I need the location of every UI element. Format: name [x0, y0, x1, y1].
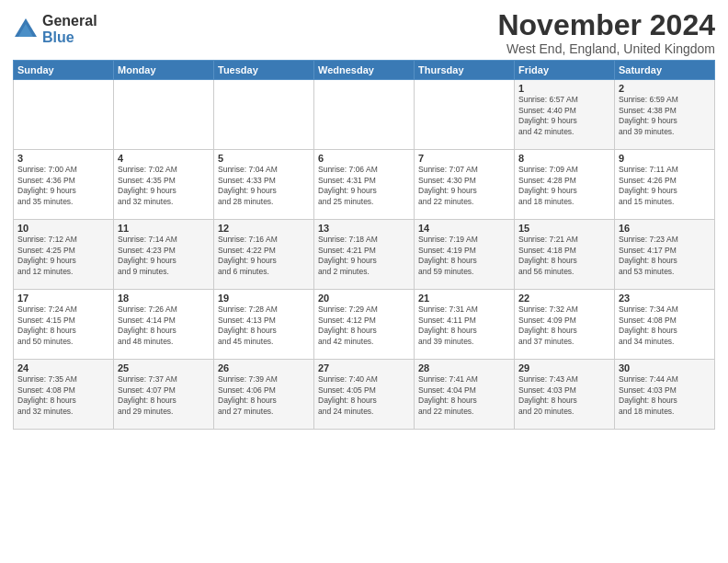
day-info: Sunrise: 7:39 AM Sunset: 4:06 PM Dayligh…: [218, 374, 310, 417]
day-info: Sunrise: 7:29 AM Sunset: 4:12 PM Dayligh…: [318, 304, 410, 347]
cell-w3-d7: 16Sunrise: 7:23 AM Sunset: 4:17 PM Dayli…: [615, 220, 715, 290]
cell-w5-d7: 30Sunrise: 7:44 AM Sunset: 4:03 PM Dayli…: [615, 360, 715, 430]
day-number: 21: [418, 293, 510, 304]
day-info: Sunrise: 6:57 AM Sunset: 4:40 PM Dayligh…: [518, 95, 610, 137]
page: General Blue November 2024 West End, Eng…: [0, 0, 728, 563]
cell-w3-d5: 14Sunrise: 7:19 AM Sunset: 4:19 PM Dayli…: [415, 220, 515, 290]
cell-w1-d1: [14, 80, 114, 150]
day-number: 27: [318, 362, 410, 373]
day-info: Sunrise: 7:09 AM Sunset: 4:28 PM Dayligh…: [518, 165, 610, 207]
cell-w5-d4: 27Sunrise: 7:40 AM Sunset: 4:05 PM Dayli…: [314, 360, 415, 430]
header-sunday: Sunday: [14, 61, 114, 80]
day-number: 5: [218, 153, 310, 164]
day-info: Sunrise: 7:35 AM Sunset: 4:08 PM Dayligh…: [17, 374, 109, 417]
cell-w1-d7: 2Sunrise: 6:59 AM Sunset: 4:38 PM Daylig…: [615, 80, 715, 150]
day-number: 14: [418, 223, 510, 234]
header-thursday: Thursday: [415, 61, 515, 80]
header-friday: Friday: [515, 61, 615, 80]
day-number: 10: [17, 223, 109, 234]
day-info: Sunrise: 7:23 AM Sunset: 4:17 PM Dayligh…: [619, 235, 711, 277]
day-info: Sunrise: 7:16 AM Sunset: 4:22 PM Dayligh…: [218, 235, 310, 277]
day-info: Sunrise: 6:59 AM Sunset: 4:38 PM Dayligh…: [619, 95, 711, 137]
cell-w3-d3: 12Sunrise: 7:16 AM Sunset: 4:22 PM Dayli…: [214, 220, 314, 290]
cell-w5-d2: 25Sunrise: 7:37 AM Sunset: 4:07 PM Dayli…: [114, 360, 214, 430]
day-info: Sunrise: 7:41 AM Sunset: 4:04 PM Dayligh…: [418, 374, 510, 417]
day-number: 30: [619, 362, 711, 373]
day-info: Sunrise: 7:07 AM Sunset: 4:30 PM Dayligh…: [418, 165, 510, 207]
cell-w1-d4: [314, 80, 415, 150]
day-number: 9: [619, 153, 711, 164]
title-block: November 2024 West End, England, United …: [497, 9, 715, 56]
day-info: Sunrise: 7:00 AM Sunset: 4:36 PM Dayligh…: [17, 165, 109, 207]
day-info: Sunrise: 7:19 AM Sunset: 4:19 PM Dayligh…: [418, 235, 510, 277]
month-title: November 2024: [497, 9, 715, 41]
header-tuesday: Tuesday: [214, 61, 314, 80]
logo-icon: [13, 17, 39, 42]
day-number: 18: [118, 293, 210, 304]
header-wednesday: Wednesday: [314, 61, 415, 80]
day-info: Sunrise: 7:34 AM Sunset: 4:08 PM Dayligh…: [619, 304, 711, 347]
day-number: 22: [518, 293, 610, 304]
day-info: Sunrise: 7:40 AM Sunset: 4:05 PM Dayligh…: [318, 374, 410, 417]
day-info: Sunrise: 7:26 AM Sunset: 4:14 PM Dayligh…: [118, 304, 210, 347]
cell-w1-d6: 1Sunrise: 6:57 AM Sunset: 4:40 PM Daylig…: [515, 80, 615, 150]
cell-w3-d6: 15Sunrise: 7:21 AM Sunset: 4:18 PM Dayli…: [515, 220, 615, 290]
cell-w2-d3: 5Sunrise: 7:04 AM Sunset: 4:33 PM Daylig…: [214, 150, 314, 220]
header-monday: Monday: [114, 61, 214, 80]
day-info: Sunrise: 7:24 AM Sunset: 4:15 PM Dayligh…: [17, 304, 109, 347]
day-info: Sunrise: 7:14 AM Sunset: 4:23 PM Dayligh…: [118, 235, 210, 277]
day-info: Sunrise: 7:06 AM Sunset: 4:31 PM Dayligh…: [318, 165, 410, 207]
day-info: Sunrise: 7:18 AM Sunset: 4:21 PM Dayligh…: [318, 235, 410, 277]
cell-w4-d7: 23Sunrise: 7:34 AM Sunset: 4:08 PM Dayli…: [615, 290, 715, 360]
cell-w5-d5: 28Sunrise: 7:41 AM Sunset: 4:04 PM Dayli…: [415, 360, 515, 430]
day-number: 13: [318, 223, 410, 234]
logo-text: General Blue: [42, 13, 97, 45]
day-number: 26: [218, 362, 310, 373]
cell-w4-d4: 20Sunrise: 7:29 AM Sunset: 4:12 PM Dayli…: [314, 290, 415, 360]
cell-w2-d5: 7Sunrise: 7:07 AM Sunset: 4:30 PM Daylig…: [415, 150, 515, 220]
week-row-4: 17Sunrise: 7:24 AM Sunset: 4:15 PM Dayli…: [14, 290, 715, 360]
day-number: 6: [318, 153, 410, 164]
cell-w3-d4: 13Sunrise: 7:18 AM Sunset: 4:21 PM Dayli…: [314, 220, 415, 290]
day-info: Sunrise: 7:04 AM Sunset: 4:33 PM Dayligh…: [218, 165, 310, 207]
day-number: 11: [118, 223, 210, 234]
day-info: Sunrise: 7:02 AM Sunset: 4:35 PM Dayligh…: [118, 165, 210, 207]
week-row-2: 3Sunrise: 7:00 AM Sunset: 4:36 PM Daylig…: [14, 150, 715, 220]
day-number: 17: [17, 293, 109, 304]
cell-w3-d1: 10Sunrise: 7:12 AM Sunset: 4:25 PM Dayli…: [14, 220, 114, 290]
day-info: Sunrise: 7:44 AM Sunset: 4:03 PM Dayligh…: [619, 374, 711, 417]
day-info: Sunrise: 7:43 AM Sunset: 4:03 PM Dayligh…: [518, 374, 610, 417]
day-number: 7: [418, 153, 510, 164]
day-number: 4: [118, 153, 210, 164]
day-info: Sunrise: 7:37 AM Sunset: 4:07 PM Dayligh…: [118, 374, 210, 417]
week-row-3: 10Sunrise: 7:12 AM Sunset: 4:25 PM Dayli…: [14, 220, 715, 290]
cell-w5-d1: 24Sunrise: 7:35 AM Sunset: 4:08 PM Dayli…: [14, 360, 114, 430]
cell-w4-d3: 19Sunrise: 7:28 AM Sunset: 4:13 PM Dayli…: [214, 290, 314, 360]
header-saturday: Saturday: [615, 61, 715, 80]
cell-w5-d6: 29Sunrise: 7:43 AM Sunset: 4:03 PM Dayli…: [515, 360, 615, 430]
day-number: 19: [218, 293, 310, 304]
cell-w2-d1: 3Sunrise: 7:00 AM Sunset: 4:36 PM Daylig…: [14, 150, 114, 220]
cell-w4-d5: 21Sunrise: 7:31 AM Sunset: 4:11 PM Dayli…: [415, 290, 515, 360]
day-number: 25: [118, 362, 210, 373]
day-info: Sunrise: 7:21 AM Sunset: 4:18 PM Dayligh…: [518, 235, 610, 277]
cell-w3-d2: 11Sunrise: 7:14 AM Sunset: 4:23 PM Dayli…: [114, 220, 214, 290]
location: West End, England, United Kingdom: [497, 41, 715, 56]
calendar-body: 1Sunrise: 6:57 AM Sunset: 4:40 PM Daylig…: [14, 80, 715, 430]
day-number: 15: [518, 223, 610, 234]
cell-w4-d1: 17Sunrise: 7:24 AM Sunset: 4:15 PM Dayli…: [14, 290, 114, 360]
logo-general-text: General: [42, 13, 97, 29]
cell-w5-d3: 26Sunrise: 7:39 AM Sunset: 4:06 PM Dayli…: [214, 360, 314, 430]
cell-w4-d6: 22Sunrise: 7:32 AM Sunset: 4:09 PM Dayli…: [515, 290, 615, 360]
day-info: Sunrise: 7:12 AM Sunset: 4:25 PM Dayligh…: [17, 235, 109, 277]
day-number: 16: [619, 223, 711, 234]
cell-w4-d2: 18Sunrise: 7:26 AM Sunset: 4:14 PM Dayli…: [114, 290, 214, 360]
header-row: Sunday Monday Tuesday Wednesday Thursday…: [14, 61, 715, 80]
cell-w1-d2: [114, 80, 214, 150]
day-info: Sunrise: 7:11 AM Sunset: 4:26 PM Dayligh…: [619, 165, 711, 207]
day-number: 24: [17, 362, 109, 373]
day-number: 2: [619, 83, 711, 94]
logo-blue-text: Blue: [42, 29, 97, 46]
calendar-header: Sunday Monday Tuesday Wednesday Thursday…: [14, 61, 715, 80]
cell-w2-d4: 6Sunrise: 7:06 AM Sunset: 4:31 PM Daylig…: [314, 150, 415, 220]
